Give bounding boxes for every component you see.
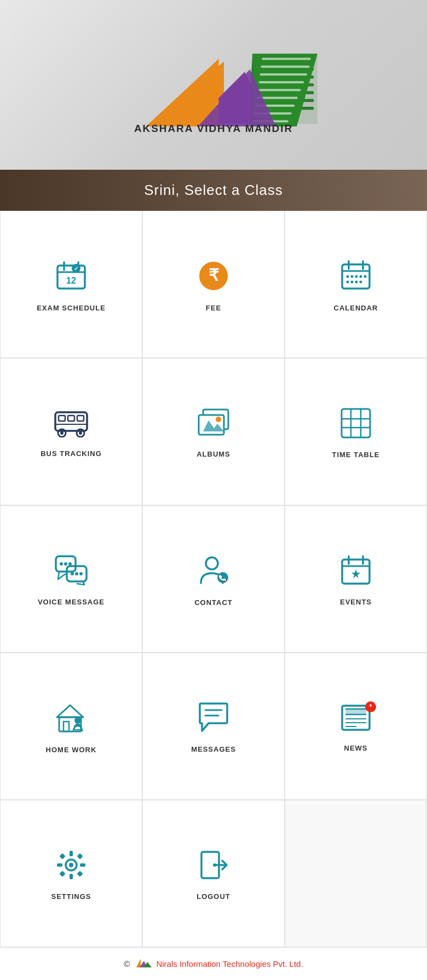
- events-icon: [341, 555, 371, 590]
- footer-copyright: ©: [124, 959, 130, 969]
- events-label: EVENTS: [340, 598, 372, 606]
- svg-point-36: [351, 275, 354, 278]
- svg-rect-100: [59, 871, 65, 877]
- svg-point-42: [355, 281, 358, 284]
- menu-empty-cell: [285, 800, 427, 947]
- svg-point-35: [347, 275, 349, 278]
- svg-point-37: [355, 275, 358, 278]
- logout-label: LOGOUT: [197, 892, 230, 901]
- svg-rect-46: [68, 416, 74, 421]
- svg-rect-101: [77, 871, 83, 877]
- news-notification-badge: *: [365, 701, 376, 712]
- menu-item-exam-schedule[interactable]: 12 ✓ EXAM SCHEDULE: [0, 211, 142, 358]
- home-work-icon: [55, 702, 88, 738]
- messages-label: MESSAGES: [191, 745, 236, 753]
- svg-point-81: [74, 717, 81, 724]
- calendar-icon: [340, 260, 372, 296]
- svg-marker-105: [136, 959, 141, 967]
- svg-rect-97: [80, 863, 85, 867]
- svg-point-70: [206, 557, 218, 569]
- svg-rect-47: [77, 416, 84, 421]
- svg-point-68: [75, 572, 78, 575]
- svg-point-65: [64, 562, 67, 566]
- svg-point-69: [79, 572, 83, 575]
- svg-point-43: [360, 281, 362, 284]
- contact-icon: 📞: [198, 555, 229, 591]
- svg-rect-94: [70, 851, 73, 856]
- greeting-bar: Srini, Select a Class: [0, 170, 427, 211]
- svg-point-64: [60, 562, 63, 566]
- svg-point-67: [71, 572, 74, 575]
- svg-text:12: 12: [66, 276, 76, 285]
- menu-item-contact[interactable]: 📞 CONTACT: [142, 505, 285, 653]
- svg-rect-57: [342, 409, 370, 437]
- contact-label: CONTACT: [194, 598, 233, 607]
- news-label: NEWS: [344, 744, 368, 752]
- bus-tracking-icon: [54, 409, 88, 442]
- menu-item-logout[interactable]: LOGOUT: [142, 800, 285, 947]
- fee-icon: ₹: [198, 260, 229, 296]
- footer-company: Nirals Information Technologies Pvt. Ltd…: [156, 959, 303, 969]
- menu-item-time-table[interactable]: TIME TABLE: [285, 358, 427, 505]
- svg-point-66: [68, 562, 72, 566]
- logout-icon: [198, 850, 229, 885]
- svg-point-41: [351, 281, 354, 284]
- menu-item-messages[interactable]: MESSAGES: [142, 653, 285, 800]
- voice-message-label: VOICE MESSAGE: [38, 598, 105, 606]
- svg-rect-99: [77, 853, 83, 859]
- footer-logo-icon: [136, 956, 152, 971]
- menu-item-events[interactable]: EVENTS: [285, 505, 427, 653]
- settings-label: SETTINGS: [51, 892, 91, 901]
- logo-container: AKSHARA VIDHYA MANDIR: [109, 30, 318, 140]
- svg-point-56: [216, 417, 221, 422]
- svg-rect-95: [70, 874, 73, 879]
- svg-point-39: [364, 275, 367, 278]
- settings-icon: [56, 850, 86, 885]
- exam-schedule-icon: 12 ✓: [55, 260, 87, 296]
- messages-icon: [198, 702, 229, 737]
- svg-point-38: [360, 275, 362, 278]
- footer: © Nirals Information Technologies Pvt. L…: [0, 947, 427, 980]
- svg-rect-80: [64, 722, 69, 731]
- svg-rect-86: [345, 709, 366, 714]
- home-work-label: HOME WORK: [46, 746, 97, 754]
- svg-point-40: [347, 281, 349, 284]
- svg-rect-98: [59, 853, 65, 859]
- menu-item-calendar[interactable]: CALENDAR: [285, 211, 427, 358]
- albums-icon: [197, 408, 230, 442]
- fee-label: FEE: [206, 304, 221, 312]
- menu-item-settings[interactable]: SETTINGS: [0, 800, 142, 947]
- svg-text:AKSHARA VIDHYA MANDIR: AKSHARA VIDHYA MANDIR: [134, 123, 293, 134]
- svg-text:✓: ✓: [74, 266, 78, 272]
- menu-item-albums[interactable]: ALBUMS: [142, 358, 285, 505]
- svg-point-52: [79, 431, 82, 435]
- svg-marker-78: [57, 705, 83, 717]
- calendar-label: CALENDAR: [334, 304, 378, 312]
- time-table-label: TIME TABLE: [332, 451, 379, 459]
- menu-item-bus-tracking[interactable]: BUS TRACKING: [0, 358, 142, 505]
- menu-item-fee[interactable]: ₹ FEE: [142, 211, 285, 358]
- svg-point-104: [213, 863, 216, 867]
- svg-point-93: [69, 863, 73, 867]
- news-icon: *: [340, 704, 372, 736]
- svg-point-50: [60, 431, 64, 435]
- bus-tracking-label: BUS TRACKING: [41, 449, 102, 458]
- menu-item-home-work[interactable]: HOME WORK: [0, 653, 142, 800]
- exam-schedule-label: EXAM SCHEDULE: [37, 304, 106, 312]
- menu-item-voice-message[interactable]: VOICE MESSAGE: [0, 505, 142, 653]
- header-section: AKSHARA VIDHYA MANDIR: [0, 0, 427, 170]
- albums-label: ALBUMS: [197, 450, 230, 458]
- menu-grid: 12 ✓ EXAM SCHEDULE ₹ FEE: [0, 211, 427, 947]
- greeting-text: Srini, Select a Class: [144, 182, 283, 198]
- voice-message-icon: [55, 555, 88, 590]
- svg-text:₹: ₹: [209, 266, 220, 284]
- logo-graphic: AKSHARA VIDHYA MANDIR: [109, 30, 318, 140]
- time-table-icon: [341, 408, 371, 443]
- svg-rect-45: [59, 416, 65, 421]
- menu-item-news[interactable]: * NEWS: [285, 653, 427, 800]
- svg-rect-96: [57, 863, 62, 867]
- svg-marker-77: [351, 569, 360, 578]
